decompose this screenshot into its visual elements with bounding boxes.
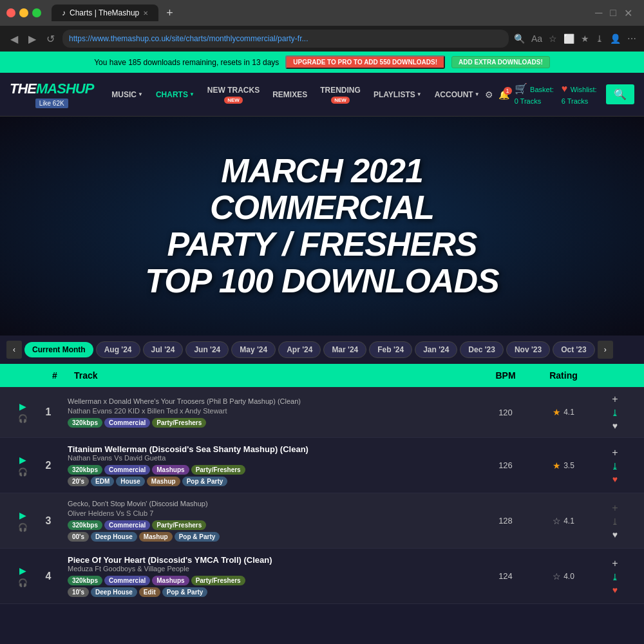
tag-party[interactable]: Party/Freshers [152,418,206,428]
reader-icon[interactable]: Aa [531,33,542,44]
close-window-button[interactable] [6,8,15,17]
bookmark-icon[interactable]: ☆ [549,33,557,44]
headphone-button[interactable]: 🎧 [18,523,28,532]
tag-decade[interactable]: 00's [68,532,89,542]
tag-decade[interactable]: 20's [68,477,89,486]
new-tab-button[interactable]: + [161,4,178,23]
forward-button[interactable]: ▶ [26,32,39,46]
headphone-button[interactable]: 🎧 [18,468,28,477]
nav-new-tracks[interactable]: NEW TRACKS NEW [202,83,265,106]
headphone-button[interactable]: 🎧 [18,578,28,587]
month-may24[interactable]: May '24 [231,341,276,358]
site-logo[interactable]: THEMASHUP [10,80,93,97]
tag-kbps[interactable]: 320kbps [68,576,102,585]
nav-account[interactable]: ACCOUNT ▼ [430,88,485,102]
tab-groups-icon[interactable]: ⬜ [564,33,574,44]
tag-commercial[interactable]: Commercial [104,418,150,428]
search-icon[interactable]: 🔍 [514,33,525,44]
month-prev-button[interactable]: ‹ [6,341,22,359]
tag-commercial[interactable]: Commercial [104,520,150,530]
tag-deep-house[interactable]: Deep House [91,587,137,597]
nav-charts[interactable]: CHARTS ▼ [151,88,200,102]
track-info: Titanium Wellerman (Discosid's Sea Shant… [61,444,480,486]
month-jul24[interactable]: Jul '24 [143,341,184,358]
tag-party[interactable]: Party/Freshers [191,576,245,585]
tag-pop-party[interactable]: Pop & Party [182,477,228,486]
tag-pop-party[interactable]: Pop & Party [162,587,208,597]
wishlist-button[interactable]: ♥ [612,474,618,484]
month-nov23[interactable]: Nov '23 [506,341,550,358]
month-oct23[interactable]: Oct '23 [553,341,595,358]
track-tags: 320kbps Commercial Mashups Party/Fresher… [68,465,473,475]
nav-remixes[interactable]: REMIXES [267,88,312,102]
upgrade-pro-button[interactable]: UPGRADE TO PRO TO ADD 550 DOWNLOADS! [285,55,445,69]
tag-house[interactable]: House [116,477,145,486]
tag-edm[interactable]: EDM [91,477,114,486]
active-tab[interactable]: ♪ Charts | TheMashup ✕ [52,5,158,21]
minimize-icon[interactable]: ─ [595,7,602,19]
tag-mashup-type[interactable]: Mashup [139,532,173,542]
refresh-button[interactable]: ↺ [44,32,57,46]
tag-commercial[interactable]: Commercial [104,465,150,475]
wishlist-button[interactable]: ♥ [612,421,618,431]
add-to-basket-button[interactable]: + [612,393,618,405]
month-jan24[interactable]: Jan '24 [415,341,457,358]
nav-trending[interactable]: TRENDING NEW [315,83,366,106]
tag-edit[interactable]: Edit [139,587,160,597]
search-button[interactable]: 🔍 [606,84,634,104]
new-tracks-badge: NEW [224,97,243,104]
settings-icon[interactable]: ⚙ [485,90,493,100]
minimize-window-button[interactable] [19,8,28,17]
tag-kbps[interactable]: 320kbps [68,418,102,428]
headphone-button[interactable]: 🎧 [18,414,28,423]
tab-close-button[interactable]: ✕ [143,10,148,17]
extensions-icon[interactable]: ⋯ [627,33,636,44]
facebook-like[interactable]: Like 62K [35,99,68,108]
download-button[interactable]: ⤓ [611,516,619,527]
tag-kbps[interactable]: 320kbps [68,465,102,475]
wishlist-button[interactable]: ♥ [612,529,618,540]
download-button[interactable]: ⤓ [611,408,619,418]
play-button[interactable]: ▶ [19,510,26,520]
url-input[interactable] [62,30,509,48]
current-month-pill[interactable]: Current Month [24,342,93,357]
month-feb24[interactable]: Feb '24 [369,341,412,358]
tag-commercial[interactable]: Commercial [104,576,150,585]
favorites-icon[interactable]: ★ [581,33,589,44]
notifications-icon[interactable]: 🔔 1 [498,90,509,100]
tag-deep-house[interactable]: Deep House [91,532,137,542]
tag-party[interactable]: Party/Freshers [191,465,245,475]
month-next-button[interactable]: › [598,341,613,359]
tag-kbps[interactable]: 320kbps [68,520,102,530]
tag-mashup[interactable]: Mashups [152,576,189,585]
add-to-basket-button[interactable]: + [612,502,618,514]
restore-icon[interactable]: □ [610,7,616,19]
download-button[interactable]: ⤓ [611,572,619,582]
tag-mashup[interactable]: Mashups [152,465,189,475]
table-row: ▶ 🎧 1 Wellerman x Donald Where's Your Tr… [0,387,644,438]
tag-pop-party[interactable]: Pop & Party [175,532,220,542]
month-apr24[interactable]: Apr '24 [278,341,321,358]
download-button[interactable]: ⤓ [611,461,619,471]
add-downloads-button[interactable]: ADD EXTRA DOWNLOADS! [451,56,550,68]
close-icon[interactable]: ✕ [624,7,632,19]
tag-party[interactable]: Party/Freshers [152,520,206,530]
nav-playlists[interactable]: PLAYLISTS ▼ [368,88,427,102]
profile-icon[interactable]: 👤 [610,33,621,44]
play-button[interactable]: ▶ [19,401,26,412]
nav-music[interactable]: MUSIC ▼ [106,88,148,102]
play-button[interactable]: ▶ [19,455,26,465]
maximize-window-button[interactable] [32,8,41,17]
back-button[interactable]: ◀ [8,32,21,46]
wishlist-button[interactable]: ♥ [612,585,618,595]
play-button[interactable]: ▶ [19,565,26,576]
add-to-basket-button[interactable]: + [612,447,618,459]
tag-mashup-type[interactable]: Mashup [147,477,180,486]
add-to-basket-button[interactable]: + [612,558,618,569]
tag-decade[interactable]: 10's [68,587,89,597]
month-mar24[interactable]: Mar '24 [323,341,366,358]
downloads-icon[interactable]: ⤓ [596,33,603,44]
month-jun24[interactable]: Jun '24 [185,341,229,358]
month-dec23[interactable]: Dec '23 [460,341,504,358]
month-aug24[interactable]: Aug '24 [96,341,140,358]
